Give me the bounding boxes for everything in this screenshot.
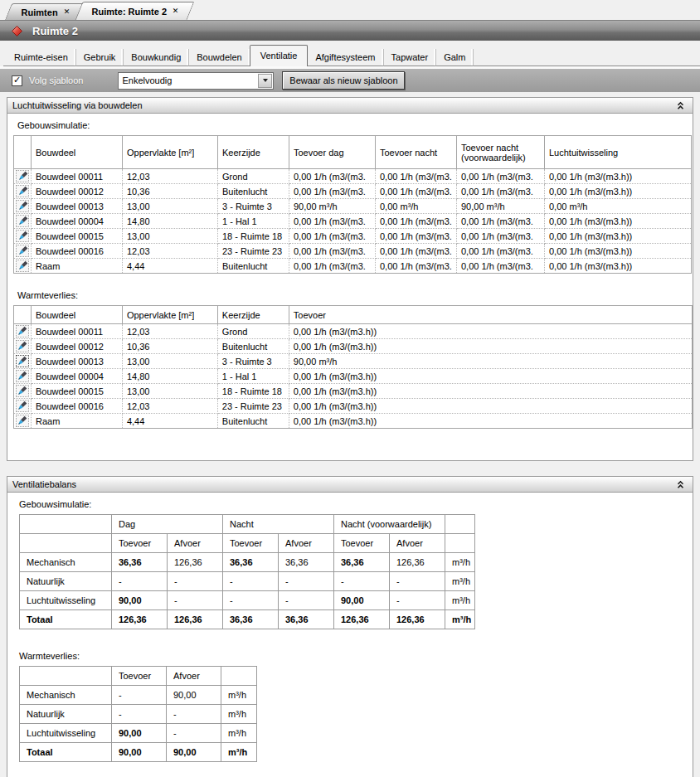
cell: 0,00 1/h (m3/(m3. <box>376 259 457 274</box>
edit-row-button[interactable] <box>16 385 29 397</box>
cell: Buitenlucht <box>217 414 289 429</box>
row-label: Luchtuitwisseling <box>20 591 112 610</box>
tab-bouwkundig[interactable]: Bouwkundig <box>124 49 189 66</box>
section-header-luchtuitwisseling[interactable]: Luchtuitwisseling via bouwdelen <box>7 97 693 114</box>
table-row[interactable]: Bouwdeel 0000414,801 - Hal 10,00 1/h (m3… <box>14 369 693 384</box>
tab-afgiftesysteem[interactable]: Afgiftesysteem <box>308 49 383 66</box>
table-row[interactable]: Bouwdeel 0001210,36Buitenlucht0,00 1/h (… <box>14 339 693 354</box>
table-row[interactable]: Bouwdeel 0001313,003 - Ruimte 390,00 m³/… <box>14 354 693 369</box>
edit-row-button[interactable] <box>16 340 29 352</box>
cell: 18 - Ruimte 18 <box>217 384 289 399</box>
edit-cell <box>14 244 32 259</box>
table-row[interactable]: Bouwdeel 0001210,36Buitenlucht0,00 1/h (… <box>14 184 692 199</box>
value-cell: 126,36 <box>112 610 168 629</box>
cell: 0,00 1/h (m3/(m3.h)) <box>289 384 692 399</box>
doc-tab-ruimte-2[interactable]: Ruimte: Ruimte 2 ✕ <box>75 2 194 20</box>
cell: Bouwdeel 00011 <box>31 324 122 339</box>
cell: Bouwdeel 00012 <box>32 184 123 199</box>
table-row[interactable]: Bouwdeel 0001112,03Grond0,00 1/h (m3/(m3… <box>14 324 693 339</box>
edit-row-button[interactable] <box>16 400 29 412</box>
edit-pencil-icon <box>17 371 27 381</box>
table-row[interactable]: Bouwdeel 0001612,0323 - Ruimte 230,00 1/… <box>14 244 692 259</box>
cell: 0,00 1/h (m3/(m3.h)) <box>289 369 692 384</box>
value-cell: - <box>279 572 334 591</box>
value-cell: 36,36 <box>334 553 390 572</box>
dropdown-button[interactable] <box>258 74 272 88</box>
cell: 0,00 1/h (m3/(m3.h)) <box>289 414 692 429</box>
tab-bouwdelen[interactable]: Bouwdelen <box>189 49 250 66</box>
column-header: Bouwdeel <box>32 136 123 169</box>
doc-tab-ruimten[interactable]: Ruimten ✕ <box>5 3 85 20</box>
balance-row: Totaal90,0090,00m³/h <box>20 743 257 762</box>
cell: 0,00 1/h (m3/(m3. <box>289 214 376 229</box>
table-row[interactable]: Bouwdeel 0001112,03Grond0,00 1/h (m3/(m3… <box>14 169 692 184</box>
cell: 0,00 1/h (m3/(m3. <box>289 229 376 244</box>
edit-row-button[interactable] <box>16 415 29 427</box>
template-select[interactable]: Enkelvoudig <box>118 72 274 90</box>
tab-tapwater[interactable]: Tapwater <box>384 49 437 66</box>
edit-row-button[interactable] <box>16 370 29 382</box>
cell: 0,00 1/h (m3/(m3. <box>376 169 457 184</box>
close-icon[interactable]: ✕ <box>64 8 70 16</box>
edit-row-button[interactable] <box>16 325 29 338</box>
column-header: Oppervlakte [m²] <box>123 136 218 169</box>
tab-ventilatie[interactable]: Ventilatie <box>250 45 309 66</box>
column-header: Afvoer <box>390 534 445 553</box>
gebouwsimulatie-bouwdelen-table: BouwdeelOppervlakte [m²]KeerzijdeToevoer… <box>11 135 693 274</box>
tab-gebruik[interactable]: Gebruik <box>76 49 124 66</box>
collapse-chevrons-icon[interactable] <box>676 101 685 110</box>
section-header-ventilatiebalans[interactable]: Ventilatiebalans <box>7 476 693 493</box>
cell: 0,00 1/h (m3/(m3.h)) <box>289 399 692 414</box>
warmteverlies-bouwdelen-table: BouwdeelOppervlakte [m²]KeerzijdeToevoer… <box>11 305 693 429</box>
edit-row-button[interactable] <box>16 355 29 367</box>
column-header: Bouwdeel <box>31 306 122 324</box>
edit-pencil-icon <box>17 260 28 271</box>
tab-galm[interactable]: Galm <box>436 49 474 66</box>
cell: 0,00 1/h (m3/(m3.h)) <box>545 169 692 184</box>
page-tab-strip: Ruimte-eisen Gebruik Bouwkundig Bouwdele… <box>0 41 700 66</box>
column-header: Toevoer nacht (voorwaardelijk) <box>457 136 545 169</box>
edit-cell <box>14 399 32 414</box>
edit-row-button[interactable] <box>16 260 29 272</box>
edit-pencil-icon <box>17 415 27 426</box>
table-row[interactable]: Raam4,44Buitenlucht0,00 1/h (m3/(m3.h)) <box>14 414 693 429</box>
cell: 0,00 1/h (m3/(m3. <box>457 169 545 184</box>
table-row[interactable]: Bouwdeel 0001513,0018 - Ruimte 180,00 1/… <box>14 384 693 399</box>
edit-pencil-icon <box>17 401 27 411</box>
row-label: Mechanisch <box>20 553 112 572</box>
value-cell: - <box>112 572 168 591</box>
edit-cell <box>14 169 32 184</box>
table-row[interactable]: Bouwdeel 0001612,0323 - Ruimte 230,00 1/… <box>14 399 693 414</box>
tab-ruimte-eisen[interactable]: Ruimte-eisen <box>7 49 76 66</box>
column-header <box>445 534 475 553</box>
save-template-button[interactable]: Bewaar als nieuw sjabloon <box>282 71 405 90</box>
cell: Raam <box>31 414 122 429</box>
value-cell: 90,00 <box>112 743 167 762</box>
edit-row-button[interactable] <box>16 215 29 227</box>
section-title: Ventilatiebalans <box>12 479 76 489</box>
value-cell: - <box>167 705 221 724</box>
edit-row-button[interactable] <box>16 245 29 257</box>
table-row[interactable]: Bouwdeel 0000414,801 - Hal 10,00 1/h (m3… <box>14 214 692 229</box>
cell: 0,00 1/h (m3/(m3. <box>289 169 376 184</box>
edit-row-button[interactable] <box>16 185 29 197</box>
cell: 23 - Ruimte 23 <box>218 244 289 259</box>
cell: Bouwdeel 00012 <box>31 339 122 354</box>
value-cell: 90,00 <box>167 743 221 762</box>
table-row[interactable]: Bouwdeel 0001313,003 - Ruimte 390,00 m³/… <box>14 199 692 214</box>
table-row[interactable]: Raam4,44Buitenlucht0,00 1/h (m3/(m3.0,00… <box>14 259 692 274</box>
cell: Bouwdeel 00015 <box>32 229 123 244</box>
value-cell: 126,36 <box>390 610 445 629</box>
table-label: Gebouwsimulatie: <box>17 120 693 130</box>
edit-row-button[interactable] <box>16 170 29 182</box>
close-icon[interactable]: ✕ <box>173 7 179 15</box>
edit-row-button[interactable] <box>16 200 29 212</box>
value-cell: 126,36 <box>334 610 390 629</box>
cell: 90,00 m³/h <box>289 354 692 369</box>
table-row[interactable]: Bouwdeel 0001513,0018 - Ruimte 180,00 1/… <box>14 229 692 244</box>
collapse-chevrons-icon[interactable] <box>676 480 685 489</box>
edit-pencil-icon <box>17 356 27 367</box>
edit-row-button[interactable] <box>16 230 29 242</box>
follow-template-checkbox[interactable]: ✓ <box>12 75 22 86</box>
cell: Buitenlucht <box>218 184 289 199</box>
